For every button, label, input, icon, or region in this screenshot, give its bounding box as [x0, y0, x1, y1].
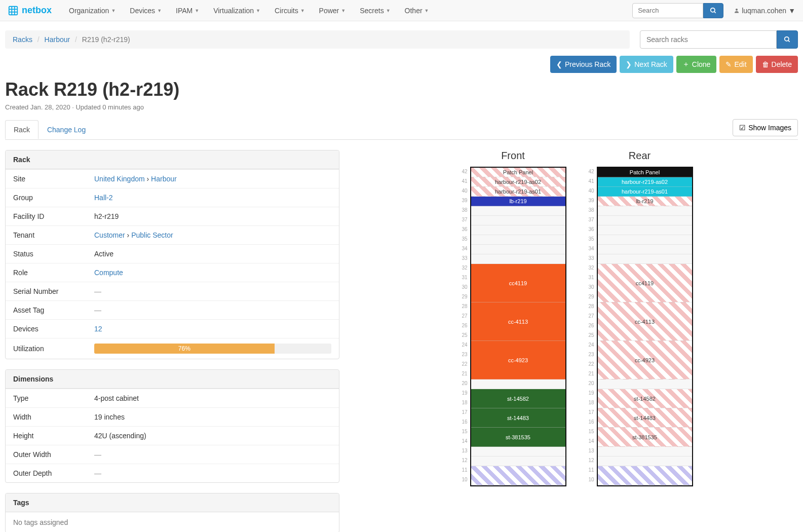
rack-device[interactable]: cc-4923 — [598, 341, 692, 379]
unit-number: 40 — [460, 186, 470, 196]
rack-device[interactable]: lb-r219 — [598, 197, 692, 206]
unit-number: 19 — [460, 388, 470, 398]
rack-empty-slot[interactable] — [598, 216, 692, 225]
rack-device[interactable]: st-381535 — [598, 428, 692, 447]
unit-number: 22 — [587, 359, 597, 369]
next-rack-button[interactable]: ❯Next Rack — [620, 56, 673, 73]
rack-search-button[interactable] — [777, 30, 798, 49]
nav-item-other[interactable]: Other ▼ — [398, 2, 436, 20]
rack-search-input[interactable] — [640, 30, 777, 49]
tab-changelog[interactable]: Change Log — [39, 120, 94, 139]
region-link[interactable]: United Kingdom — [94, 175, 145, 183]
rack-empty-slot[interactable] — [471, 457, 565, 466]
rack-empty-slot[interactable] — [598, 206, 692, 216]
nav-item-circuits[interactable]: Circuits ▼ — [267, 2, 312, 20]
rack-empty-slot[interactable] — [471, 245, 565, 254]
rack-device[interactable]: cc4119 — [471, 264, 565, 302]
breadcrumb-site[interactable]: Harbour — [45, 35, 70, 44]
rack-empty-slot[interactable] — [471, 225, 565, 235]
unit-number: 29 — [587, 292, 597, 301]
brand-logo[interactable]: netbox — [8, 5, 52, 16]
nav-item-secrets[interactable]: Secrets ▼ — [353, 2, 397, 20]
unit-number: 15 — [460, 427, 470, 436]
tab-rack[interactable]: Rack — [5, 120, 39, 139]
rack-empty-slot[interactable] — [598, 225, 692, 235]
unit-number: 11 — [587, 465, 597, 475]
show-images-button[interactable]: ☑Show Images — [733, 119, 798, 136]
clone-button[interactable]: ＋Clone — [676, 56, 717, 73]
nav-item-virtualization[interactable]: Virtualization ▼ — [206, 2, 267, 20]
rack-empty-slot[interactable] — [471, 254, 565, 264]
rack-device[interactable] — [471, 466, 565, 485]
tenant-link[interactable]: Public Sector — [131, 231, 173, 239]
rack-device[interactable]: st-14483 — [598, 408, 692, 428]
unit-number: 14 — [587, 436, 597, 446]
breadcrumb-racks[interactable]: Racks — [13, 35, 32, 44]
rack-empty-slot[interactable] — [471, 447, 565, 457]
rack-empty-slot[interactable] — [598, 447, 692, 457]
nav-item-organization[interactable]: Organization ▼ — [62, 2, 123, 20]
nav-item-power[interactable]: Power ▼ — [312, 2, 353, 20]
breadcrumb-current: R219 (h2-r219) — [82, 35, 130, 44]
rack-device[interactable]: cc-4113 — [471, 302, 565, 341]
search-button[interactable] — [703, 3, 723, 18]
unit-number: 20 — [460, 378, 470, 388]
previous-rack-button[interactable]: ❮Previous Rack — [550, 56, 617, 73]
rack-empty-slot[interactable] — [598, 379, 692, 389]
search-input[interactable] — [632, 3, 703, 18]
caret-down-icon: ▼ — [195, 8, 199, 13]
rack-empty-slot[interactable] — [471, 379, 565, 389]
unit-number: 38 — [460, 205, 470, 215]
nav-item-ipam[interactable]: IPAM ▼ — [169, 2, 206, 20]
rack-device[interactable]: Patch Panel — [471, 168, 565, 177]
rack-empty-slot[interactable] — [598, 254, 692, 264]
caret-down-icon: ▼ — [386, 8, 391, 13]
unit-number: 12 — [460, 455, 470, 465]
rack-empty-slot[interactable] — [598, 457, 692, 466]
nav-item-devices[interactable]: Devices ▼ — [123, 2, 169, 20]
rack-device[interactable]: st-14582 — [598, 389, 692, 408]
rack-device[interactable]: harbour-r219-as02 — [598, 177, 692, 187]
rack-device[interactable]: Patch Panel — [598, 168, 692, 177]
rack-device[interactable]: harbour-r219-as01 — [471, 187, 565, 197]
unit-number: 33 — [587, 253, 597, 263]
rack-empty-slot[interactable] — [598, 245, 692, 254]
unit-number: 17 — [587, 407, 597, 417]
tenant-group-link[interactable]: Customer — [94, 231, 125, 239]
rack-device[interactable] — [598, 466, 692, 485]
unit-number: 23 — [460, 350, 470, 359]
unit-number: 16 — [587, 417, 597, 427]
unit-number: 27 — [460, 311, 470, 321]
unit-number: 34 — [587, 244, 597, 253]
unit-number: 21 — [460, 369, 470, 378]
nav-items: Organization ▼Devices ▼IPAM ▼Virtualizat… — [62, 2, 632, 20]
rack-device[interactable]: cc-4923 — [471, 341, 565, 379]
rack-empty-slot[interactable] — [471, 216, 565, 225]
chevron-left-icon: ❮ — [556, 60, 562, 68]
site-link[interactable]: Harbour — [151, 175, 177, 183]
panel-dimensions: Dimensions Type4-post cabinet Width19 in… — [5, 369, 339, 483]
edit-button[interactable]: ✎Edit — [719, 56, 752, 73]
rack-device[interactable]: harbour-r219-as01 — [598, 187, 692, 197]
rack-device[interactable]: st-14582 — [471, 389, 565, 408]
rack-empty-slot[interactable] — [471, 235, 565, 245]
user-menu[interactable]: luqman.cohen ▼ — [734, 7, 795, 15]
group-link[interactable]: Hall-2 — [94, 194, 113, 202]
unit-number: 28 — [460, 301, 470, 311]
delete-button[interactable]: 🗑Delete — [756, 56, 798, 73]
user-icon — [734, 8, 740, 14]
panel-dims-title: Dimensions — [6, 370, 339, 389]
rack-device[interactable]: harbour-r219-as02 — [471, 177, 565, 187]
unit-number: 18 — [460, 398, 470, 407]
rack-device[interactable]: st-381535 — [471, 428, 565, 447]
rack-device[interactable]: cc-4113 — [598, 302, 692, 341]
rack-device[interactable]: st-14483 — [471, 408, 565, 428]
rack-empty-slot[interactable] — [598, 235, 692, 245]
rack-device[interactable]: lb-r219 — [471, 197, 565, 206]
pencil-icon: ✎ — [725, 60, 732, 68]
rack-empty-slot[interactable] — [471, 206, 565, 216]
role-link[interactable]: Compute — [94, 269, 123, 277]
unit-number: 13 — [460, 446, 470, 455]
devices-link[interactable]: 12 — [94, 325, 102, 333]
rack-device[interactable]: cc4119 — [598, 264, 692, 302]
